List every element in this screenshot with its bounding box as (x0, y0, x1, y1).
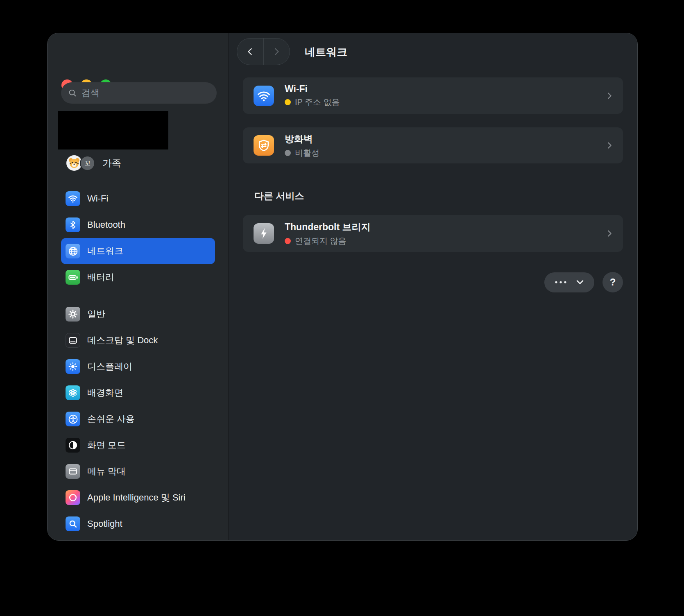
search-icon (68, 88, 77, 97)
status-dot (285, 238, 291, 244)
battery-icon (66, 270, 80, 285)
desktop-dock-icon (66, 333, 80, 348)
bluetooth-icon (66, 217, 80, 232)
chevron-right-icon (605, 228, 614, 239)
sidebar-item-label: 손쉬운 사용 (87, 413, 135, 425)
sidebar-item-wallpaper[interactable]: 배경화면 (61, 380, 215, 406)
wallpaper-flower-icon (66, 385, 80, 400)
help-button[interactable]: ? (602, 272, 623, 292)
sidebar-nav-secondary: 일반 데스크탑 및 Dock 디스플레이 (61, 301, 215, 537)
row-status: 비활성 (285, 147, 605, 159)
sidebar-item-label: Bluetooth (87, 220, 125, 230)
sidebar-item-bluetooth[interactable]: Bluetooth (61, 212, 215, 238)
screen-mode-icon (66, 438, 80, 453)
sidebar: 검색 꼬 가족 (48, 33, 229, 540)
sidebar-item-label: 메뉴 막대 (87, 465, 126, 478)
spotlight-icon (66, 516, 80, 531)
sidebar-item-menu-bar[interactable]: 메뉴 막대 (61, 458, 215, 485)
chevron-right-icon (605, 140, 614, 151)
family-label: 가족 (102, 157, 121, 170)
sidebar-item-label: 네트워크 (87, 245, 123, 257)
thunderbolt-icon (254, 223, 274, 244)
wifi-row[interactable]: Wi-Fi IP 주소 없음 (243, 77, 623, 114)
sidebar-item-label: 일반 (87, 308, 105, 320)
more-options-button[interactable] (544, 272, 594, 292)
family-avatars: 꼬 (66, 155, 102, 171)
redacted-account-name (58, 111, 168, 149)
family-badge-avatar: 꼬 (80, 156, 95, 171)
row-title: 방화벽 (285, 133, 605, 145)
sidebar-item-label: 배터리 (87, 271, 114, 283)
sidebar-item-battery[interactable]: 배터리 (61, 264, 215, 290)
sidebar-item-general[interactable]: 일반 (61, 301, 215, 327)
status-text: 연결되지 않음 (295, 236, 347, 247)
status-text: IP 주소 없음 (295, 97, 340, 108)
sidebar-item-spotlight[interactable]: Spotlight (61, 511, 215, 537)
row-status: 연결되지 않음 (285, 236, 605, 247)
menu-bar-icon (66, 464, 80, 479)
status-dot (285, 99, 291, 105)
sidebar-item-wifi[interactable]: Wi-Fi (61, 186, 215, 212)
sidebar-item-family[interactable]: 꼬 가족 (66, 155, 121, 171)
sidebar-item-screen-mode[interactable]: 화면 모드 (61, 432, 215, 458)
row-title: Thunderbolt 브리지 (285, 221, 605, 233)
sidebar-item-accessibility[interactable]: 손쉬운 사용 (61, 406, 215, 432)
pane-footer: ? (243, 272, 623, 292)
sidebar-item-label: 화면 모드 (87, 439, 126, 451)
network-pane: 네트워크 Wi-Fi IP 주소 없음 (229, 33, 637, 540)
sidebar-item-label: Wi-Fi (87, 193, 108, 204)
sidebar-item-label: 배경화면 (87, 387, 123, 399)
apple-intelligence-icon (66, 490, 80, 505)
status-dot (285, 150, 291, 156)
firewall-row[interactable]: 방화벽 비활성 (243, 127, 623, 163)
sidebar-nav-primary: Wi-Fi Bluetooth 네트워크 (61, 186, 215, 290)
wifi-icon (66, 191, 80, 206)
system-settings-window: 검색 꼬 가족 (47, 33, 638, 541)
sidebar-item-label: Apple Intelligence 및 Siri (87, 491, 186, 504)
globe-icon (66, 244, 80, 258)
firewall-icon (254, 135, 274, 156)
sidebar-item-network[interactable]: 네트워크 (61, 238, 215, 264)
display-brightness-icon (66, 359, 80, 374)
status-text: 비활성 (295, 147, 319, 159)
section-title: 다른 서비스 (254, 190, 304, 202)
sidebar-item-display[interactable]: 디스플레이 (61, 353, 215, 380)
accessibility-icon (66, 412, 80, 426)
wifi-icon (254, 86, 274, 106)
row-status: IP 주소 없음 (285, 97, 605, 108)
search-input[interactable]: 검색 (61, 82, 217, 104)
sidebar-item-apple-intelligence-siri[interactable]: Apple Intelligence 및 Siri (61, 485, 215, 511)
chevron-down-icon (576, 279, 584, 285)
sidebar-item-label: Spotlight (87, 519, 122, 529)
ellipsis-icon (555, 280, 567, 284)
sidebar-item-desktop-dock[interactable]: 데스크탑 및 Dock (61, 327, 215, 353)
sidebar-item-label: 데스크탑 및 Dock (87, 334, 158, 346)
row-title: Wi-Fi (285, 84, 605, 95)
chevron-right-icon (605, 90, 614, 102)
search-placeholder: 검색 (82, 87, 100, 99)
sidebar-item-label: 디스플레이 (87, 360, 132, 373)
gear-icon (66, 307, 80, 322)
thunderbolt-bridge-row[interactable]: Thunderbolt 브리지 연결되지 않음 (243, 215, 623, 252)
